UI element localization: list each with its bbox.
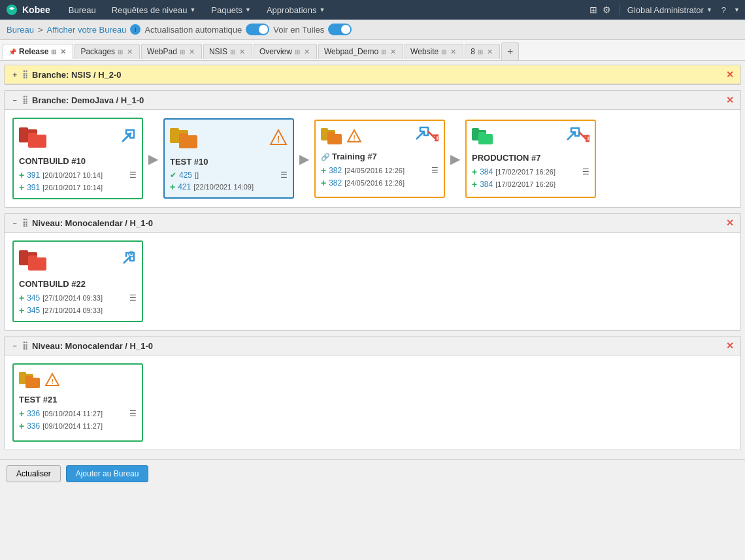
nav-requetes[interactable]: Requêtes de niveau ▼ — [104, 0, 204, 20]
date-336-0: [09/10/2014 11:27] — [42, 410, 103, 418]
section-monocalendar2-close[interactable]: ✕ — [726, 340, 734, 351]
section-monocalendar2-expand[interactable]: － — [11, 341, 18, 351]
breadcrumb-bureau[interactable]: Bureau — [7, 25, 34, 35]
info-icon[interactable]: i — [130, 24, 141, 35]
date-425: [] — [195, 171, 199, 179]
pipeline-monocalendar2: ! TEST #21 + 336 [09/10/2014 11:27] ☰ — [5, 355, 740, 450]
plus-mono2-0: + — [19, 408, 24, 419]
tab-webpad-icon: ⊞ — [180, 48, 185, 56]
nav-approbations[interactable]: Approbations ▼ — [259, 0, 333, 20]
section-monocalendar2-drag[interactable]: ⣿ — [22, 341, 28, 350]
plus-mono1-0: + — [19, 293, 24, 303]
tab-add-button[interactable]: + — [501, 42, 519, 60]
nav-paquets[interactable]: Paquets ▼ — [203, 0, 259, 20]
stage-production-num: #7 — [531, 153, 540, 163]
tab-website-close[interactable]: ✕ — [449, 48, 457, 56]
link-384-1[interactable]: 384 — [480, 180, 493, 189]
stage-card-mono1-contbuild: + CONTBUILD #22 + 345 [27/10/2014 09:33]… — [12, 240, 143, 322]
tab-packages[interactable]: Packages ⊞ ✕ — [74, 44, 140, 59]
link-391-1[interactable]: 391 — [27, 183, 40, 192]
folder-icon-contbuild — [19, 124, 50, 151]
link-382-1[interactable]: 382 — [329, 178, 342, 188]
stage-contbuild-title: CONTBUILD #10 — [19, 156, 137, 166]
check-icon-test: ✔ — [170, 171, 176, 180]
pipeline-arrow-3: ▶ — [450, 151, 460, 167]
stage-mono2-row-1: + 336 [09/10/2014 11:27] — [19, 421, 137, 431]
tab-release-close[interactable]: ✕ — [59, 48, 67, 56]
tab-webpad-demo[interactable]: Webpad_Demo ⊞ ✕ — [318, 44, 403, 59]
section-nsis-drag[interactable]: ⣿ — [22, 70, 28, 79]
tab-8-icon: ⊞ — [478, 48, 483, 56]
stage-mono1-contbuild-icons: + — [19, 247, 137, 274]
list-mono1-0[interactable]: ☰ — [129, 293, 137, 303]
stage-contbuild-name: CONTBUILD — [19, 156, 69, 166]
section-nsis-close[interactable]: ✕ — [726, 69, 734, 80]
nav-grid-icon[interactable]: ⊞ — [589, 5, 597, 15]
link-345-0[interactable]: 345 — [27, 293, 40, 303]
tab-release[interactable]: 📌 Release ⊞ ✕ — [3, 44, 73, 59]
tab-8-close[interactable]: ✕ — [486, 48, 494, 56]
stage-card-test: ! TEST #10 ✔ 425 [] ☰ + — [163, 118, 294, 199]
tile-view-label: Voir en Tuiles — [273, 25, 324, 35]
plus-mono1-1: + — [19, 305, 24, 316]
list-icon-0[interactable]: ☰ — [129, 171, 137, 180]
section-monocalendar1-expand[interactable]: － — [11, 218, 18, 228]
link-336-1[interactable]: 336 — [27, 421, 40, 431]
add-to-bureau-button[interactable]: Ajouter au Bureau — [66, 465, 149, 482]
svg-rect-19 — [478, 134, 493, 144]
pipeline-monocalendar1: + CONTBUILD #22 + 345 [27/10/2014 09:33]… — [5, 233, 740, 330]
stage-training-row-0: + 382 [24/05/2016 12:26] ☰ — [321, 165, 439, 176]
list-icon-test-0[interactable]: ☰ — [280, 171, 288, 180]
nav-help[interactable]: ? — [721, 5, 726, 15]
tab-nsis-close[interactable]: ✕ — [238, 48, 246, 56]
stage-contbuild-icons — [19, 124, 137, 151]
link-336-0[interactable]: 336 — [27, 409, 40, 418]
tab-webpad[interactable]: WebPad ⊞ ✕ — [141, 44, 202, 59]
tab-overview-close[interactable]: ✕ — [303, 48, 311, 56]
list-mono2-0[interactable]: ☰ — [129, 409, 137, 418]
list-icon-training-0[interactable]: ☰ — [431, 166, 439, 175]
date-382-0: [24/05/2016 12:26] — [344, 167, 405, 174]
stage-production-row-1: + 384 [17/02/2017 16:26] — [472, 179, 589, 189]
tab-packages-icon: ⊞ — [118, 48, 123, 56]
refresh-button[interactable]: Actualiser — [7, 465, 61, 482]
section-demojava-expand[interactable]: － — [11, 95, 18, 105]
auto-refresh-toggle[interactable] — [246, 24, 269, 35]
pipeline-arrow-1: ▶ — [148, 151, 158, 167]
link-421[interactable]: 421 — [178, 182, 191, 191]
section-demojava-close[interactable]: ✕ — [726, 95, 734, 105]
link-391-0[interactable]: 391 — [27, 171, 40, 180]
tab-packages-label: Packages — [80, 47, 115, 56]
section-demojava-header: － ⣿ Branche: DemoJava / H_1-0 ✕ — [5, 91, 740, 110]
tab-nsis[interactable]: NSIS ⊞ ✕ — [203, 44, 252, 59]
nav-settings-icon[interactable]: ⚙ — [603, 5, 611, 15]
stage-mono2-test-num: #21 — [43, 395, 58, 404]
nav-more[interactable]: ▼ — [734, 7, 740, 13]
tab-release-pin: 📌 — [8, 48, 16, 56]
tab-overview[interactable]: Overview ⊞ ✕ — [254, 44, 317, 59]
warning-icon-test: ! — [269, 128, 288, 148]
tab-8[interactable]: 8 ⊞ ✕ — [465, 44, 500, 59]
tab-website[interactable]: Website ⊞ ✕ — [405, 44, 463, 59]
warning-svg-test: ! — [269, 128, 288, 146]
folder-icon-training: ! — [321, 126, 361, 146]
tile-view-toggle[interactable] — [328, 24, 352, 35]
tab-overview-label: Overview — [259, 47, 292, 56]
link-384-0[interactable]: 384 — [480, 167, 493, 176]
breadcrumb-afficher[interactable]: Afficher votre Bureau — [47, 25, 127, 35]
section-demojava: － ⣿ Branche: DemoJava / H_1-0 ✕ — [4, 90, 741, 208]
link-425[interactable]: 425 — [179, 171, 192, 180]
section-demojava-drag[interactable]: ⣿ — [22, 95, 28, 105]
section-monocalendar1-close[interactable]: ✕ — [726, 218, 734, 228]
folder-svg-mono1 — [19, 247, 50, 272]
link-345-1[interactable]: 345 — [27, 306, 40, 315]
section-monocalendar1-drag[interactable]: ⣿ — [22, 218, 28, 227]
nav-user[interactable]: Global Administrator ▼ — [627, 5, 712, 15]
tab-webpad-close[interactable]: ✕ — [188, 48, 196, 56]
nav-bureau[interactable]: Bureau — [61, 0, 104, 20]
section-nsis-expand[interactable]: ＋ — [11, 70, 18, 80]
link-382-0[interactable]: 382 — [329, 166, 342, 175]
list-icon-production-0[interactable]: ☰ — [582, 167, 589, 176]
tab-packages-close[interactable]: ✕ — [125, 48, 134, 56]
tab-webpad-demo-close[interactable]: ✕ — [389, 48, 397, 56]
